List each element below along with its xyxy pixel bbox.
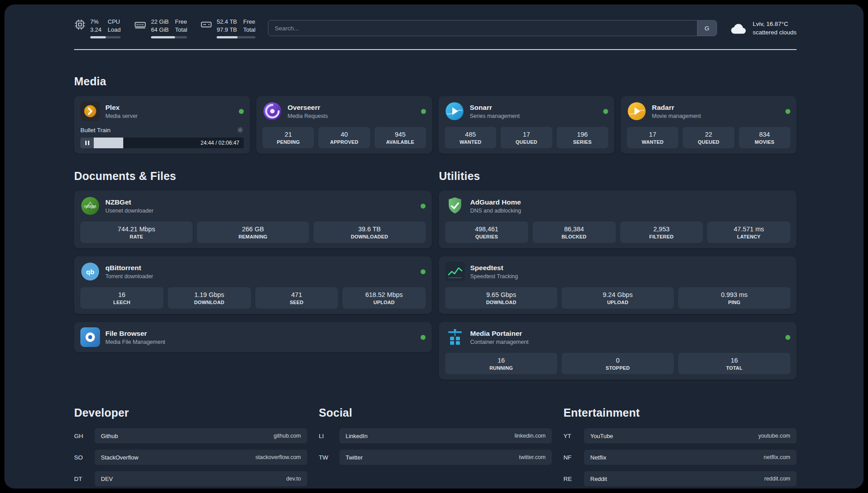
app-subtitle: Container management [470,339,529,345]
bookmark-link[interactable]: LinkedIn linkedin.com [339,428,552,443]
stat-running: 16 RUNNING [445,353,557,374]
app-name: Media Portainer [470,330,529,338]
speedtest-card[interactable]: Speedtest Speedtest Tracking 9.65 Gbps D… [439,256,797,314]
bookmark-link[interactable]: Reddit reddit.com [584,471,797,486]
filebrowser-icon [80,327,100,347]
stat-wanted: 17 WANTED [627,127,678,148]
app-subtitle: Usenet downloader [105,208,154,214]
playback-progress-bar[interactable]: 24:44 / 02:06:47 [94,138,244,148]
entertainment-section-title: Entertainment [563,406,797,419]
cpu-widget: 7% 3.24 CPU Load [74,18,121,38]
search-bar: G [268,20,717,36]
bookmark-youtube: YT YouTube youtube.com [563,428,797,443]
bookmark-abbr: DT [74,476,95,482]
stat-queries: 498,461 QUERIES [445,221,528,243]
bookmark-stackoverflow: SO StackOverflow stackoverflow.com [74,450,307,465]
plex-icon [80,101,100,121]
storage-labels: Free Total [243,18,255,34]
search-engine-button[interactable]: G [697,21,717,36]
bookmark-abbr: YT [563,433,584,439]
plex-card[interactable]: Plex Media server Bullet Train [74,96,250,154]
stat-blocked: 86,384 BLOCKED [533,221,616,243]
cpu-usage-value: 7% [90,18,101,26]
pause-button[interactable] [80,138,94,148]
bookmark-github: GH Github github.com [74,428,307,443]
bookmark-abbr: LI [319,433,339,439]
app-name: Overseerr [288,104,328,112]
speedtest-icon [445,262,465,281]
entertainment-column: Entertainment YT YouTube youtube.com NF … [563,381,797,489]
sonarr-card[interactable]: Sonarr Series management 485 WANTED 17 Q… [438,96,614,154]
app-name: qBittorrent [105,264,153,272]
social-column: Social LI LinkedIn linkedin.com TW Twitt… [319,381,552,489]
memory-progress-bar [151,36,187,38]
stat-wanted: 485 WANTED [445,127,496,148]
stat-filtered: 2,953 FILTERED [620,221,703,243]
nzbget-card[interactable]: nzbget NZBGet Usenet downloader 744.21 M… [74,191,432,248]
stat-ping: 0.993 ms PING [678,287,790,309]
disk-icon [200,19,212,30]
status-dot [785,109,790,114]
system-resources: 7% 3.24 CPU Load [74,18,255,38]
storage-values: 52.4 TB 97.9 TB [217,18,237,34]
status-dot [421,204,426,209]
cpu-progress-fill [90,36,106,38]
status-dot [603,109,608,114]
adguard-icon [445,196,465,216]
social-section-title: Social [319,406,552,419]
search-input[interactable] [268,21,697,36]
stat-series: 196 SERIES [557,127,608,148]
gear-icon[interactable] [237,126,244,134]
status-dot [421,269,426,274]
qbittorrent-card[interactable]: qb qBittorrent Torrent downloader 16 [74,256,432,314]
utilities-section-title: Utilities [439,170,797,183]
overseerr-icon [263,101,282,121]
dashboard: 7% 3.24 CPU Load [4,4,864,489]
bookmark-abbr: RE [563,476,584,482]
bookmark-twitter: TW Twitter twitter.com [319,450,552,465]
overseerr-card[interactable]: Overseerr Media Requests 21 PENDING 40 A… [256,96,432,154]
svg-text:qb: qb [86,268,94,276]
status-dot [421,109,426,114]
stat-upload: 9.24 Gbps UPLOAD [562,287,674,309]
stat-queued: 22 QUEUED [683,127,734,148]
memory-widget: 22 GiB 64 GiB Free Total [134,18,187,38]
storage-total-value: 97.9 TB [217,26,237,34]
bookmark-link[interactable]: StackOverflow stackoverflow.com [95,450,307,465]
svg-text:nzbget: nzbget [84,204,96,209]
bookmark-link[interactable]: Twitter twitter.com [339,450,552,465]
weather-location: Lviv, 16.87°C [753,20,797,29]
app-subtitle: Media File Management [105,339,165,345]
developer-column: Developer GH Github github.com SO StackO… [74,381,307,489]
storage-progress-fill [217,36,238,38]
app-name: NZBGet [105,198,154,206]
sonarr-icon [445,101,464,121]
stat-stopped: 0 STOPPED [562,353,674,374]
cpu-values: 7% 3.24 [90,18,101,34]
stat-download: 1.19 Gbps DOWNLOAD [168,287,251,309]
memory-total-label: Total [175,26,187,34]
storage-free-value: 52.4 TB [217,18,237,26]
weather-condition: scattered clouds [753,28,797,37]
radarr-card[interactable]: Radarr Movie management 17 WANTED 22 QUE… [621,96,797,154]
bookmark-link[interactable]: DEV dev.to [95,471,307,486]
documents-section-title: Documents & Files [74,170,432,183]
stat-seed: 471 SEED [255,287,338,309]
stat-queued: 17 QUEUED [501,127,552,148]
playback-time: 24:44 / 02:06:47 [200,140,239,146]
load-label: Load [108,26,121,34]
bookmark-dev: DT DEV dev.to [74,471,307,486]
radarr-icon [627,101,647,121]
bookmark-link[interactable]: Netflix netflix.com [584,450,797,465]
bookmark-link[interactable]: Github github.com [95,428,307,443]
stat-available: 945 AVAILABLE [375,127,426,148]
adguard-card[interactable]: AdGuard Home DNS and adblocking 498,461 … [439,191,797,248]
stat-downloaded: 39.6 TB DOWNLOADED [313,221,426,243]
portainer-card[interactable]: Media Portainer Container management 16 … [439,322,797,380]
stat-leech: 16 LEECH [80,287,163,309]
bookmark-link[interactable]: YouTube youtube.com [584,428,797,443]
storage-free-label: Free [243,18,255,26]
filebrowser-card[interactable]: File Browser Media File Management [74,322,432,352]
app-name: Speedtest [470,264,518,272]
dashboard-content: 7% 3.24 CPU Load [4,4,864,489]
